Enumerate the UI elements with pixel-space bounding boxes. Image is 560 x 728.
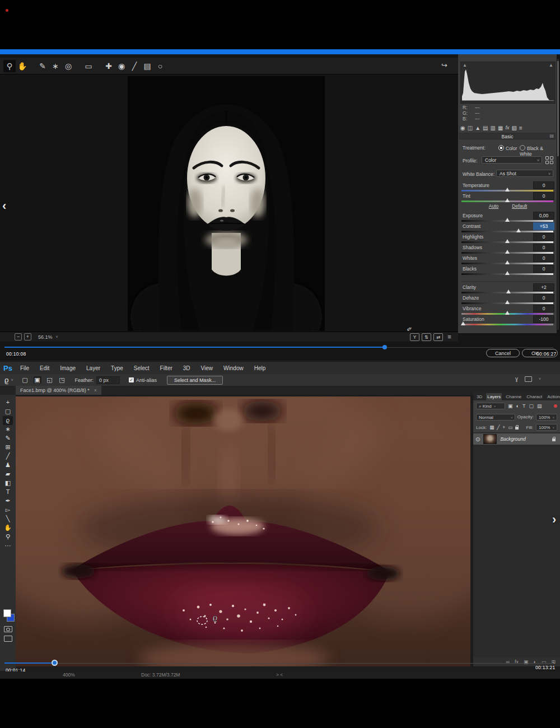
open-image-icon[interactable]: ↪ bbox=[441, 61, 447, 69]
tone-curve-tab[interactable]: ◫ bbox=[468, 124, 473, 132]
edit-toolbar[interactable]: ⋯ bbox=[3, 542, 13, 550]
blend-mode-select[interactable]: Normal˅ bbox=[476, 414, 515, 421]
slider-thumb[interactable] bbox=[505, 250, 510, 254]
new-group-icon[interactable]: ▭ bbox=[542, 659, 547, 665]
window[interactable]: Window bbox=[223, 365, 244, 371]
detail-tab[interactable]: ▲ bbox=[475, 124, 480, 132]
move-tool[interactable]: + bbox=[3, 398, 13, 407]
lock-image-pixels[interactable]: ╱ bbox=[497, 424, 500, 430]
radial-filter-tool[interactable]: ○ bbox=[154, 60, 166, 72]
add-to-selection[interactable]: ▣ bbox=[34, 376, 41, 384]
cancel-button[interactable]: Cancel bbox=[486, 349, 520, 357]
layer-thumbnail[interactable] bbox=[483, 434, 497, 444]
profile-select[interactable]: Color˅ bbox=[482, 156, 542, 164]
tab-character[interactable]: Charact bbox=[525, 393, 543, 400]
filter-smart-objects[interactable]: ▤ bbox=[537, 403, 542, 409]
lock-transparent-pixels[interactable]: ▦ bbox=[489, 424, 494, 430]
add-mask-icon[interactable]: ▣ bbox=[524, 659, 529, 665]
quick-selection-tool[interactable]: ∗ bbox=[3, 425, 13, 434]
zoom-tool[interactable]: ⚲ bbox=[3, 60, 16, 72]
eraser-tool[interactable]: ▰ bbox=[3, 470, 13, 479]
filter-toggle-icon[interactable] bbox=[554, 404, 557, 408]
lasso-tool-preset-icon[interactable]: ϱ bbox=[4, 376, 8, 384]
antialias-checkbox[interactable]: ✓ bbox=[129, 377, 134, 382]
filter-adjustment-layers[interactable]: ◐ bbox=[516, 403, 519, 409]
slider-thumb[interactable] bbox=[505, 239, 510, 243]
video-playhead[interactable] bbox=[382, 345, 387, 349]
type[interactable]: Type bbox=[111, 365, 123, 371]
file[interactable]: File bbox=[20, 365, 29, 371]
video-progress-rest[interactable] bbox=[55, 663, 553, 664]
targeted-adjustment-tool[interactable]: ◎ bbox=[62, 60, 74, 72]
adjustment-brush-tool[interactable]: ╱ bbox=[128, 60, 141, 72]
lock-position[interactable]: + bbox=[502, 424, 505, 430]
slider-thumb[interactable] bbox=[505, 300, 510, 304]
hsl-tab[interactable]: ▤ bbox=[483, 124, 488, 132]
foreground-color-swatch[interactable] bbox=[3, 609, 11, 617]
feather-input[interactable]: 0 px bbox=[96, 376, 120, 384]
document-tab[interactable]: Face1.bmp @ 400% (RGB/8) * × bbox=[16, 386, 101, 395]
layer[interactable]: Layer bbox=[86, 365, 100, 371]
white-balance-select[interactable]: As Shot˅ bbox=[496, 170, 553, 177]
intersect-selection[interactable]: ◳ bbox=[58, 376, 66, 384]
white-balance-tool[interactable]: ✎ bbox=[36, 60, 49, 72]
link-layers-icon[interactable]: ∞ bbox=[506, 659, 510, 665]
prev-arrow-icon[interactable]: ‹ bbox=[2, 199, 6, 213]
gradient-tool[interactable]: ◧ bbox=[3, 479, 13, 488]
zoom-out-button[interactable]: − bbox=[15, 333, 22, 340]
healing-brush-tool[interactable]: ⊞ bbox=[3, 443, 13, 452]
kind-filter-select[interactable]: ⌕ Kind˅ bbox=[476, 403, 505, 409]
shadow-clipping-icon[interactable]: ▲ bbox=[463, 63, 467, 68]
lens-corrections-tab[interactable]: ▦ bbox=[498, 124, 503, 132]
next-arrow-icon[interactable]: › bbox=[552, 512, 556, 527]
status-zoom-level[interactable]: 400% bbox=[63, 671, 75, 679]
histogram[interactable]: ▲ ▲ bbox=[460, 62, 556, 104]
fill-select[interactable]: 100%˅ bbox=[536, 424, 557, 431]
tab-channels[interactable]: Channe bbox=[505, 393, 522, 400]
eyedropper-tool[interactable]: ✎ bbox=[3, 434, 13, 443]
brush-tool[interactable]: ╱ bbox=[3, 452, 13, 461]
tab-actions[interactable]: Actions bbox=[546, 393, 560, 400]
panel-options-icon[interactable]: ▤ bbox=[549, 133, 554, 138]
adjustment-layer-icon[interactable]: ◐ bbox=[534, 659, 536, 665]
lasso-tool[interactable]: ϱ bbox=[3, 416, 13, 425]
help[interactable]: Help bbox=[254, 365, 266, 371]
panel-scrollbar-thumb[interactable] bbox=[557, 61, 559, 156]
status-doc-size[interactable]: Doc: 3.72M/3.72M bbox=[141, 671, 180, 679]
new-selection[interactable]: ▢ bbox=[21, 376, 29, 384]
spot-removal-tool[interactable]: ✚ bbox=[102, 60, 115, 72]
video-progress-rest[interactable] bbox=[385, 347, 553, 348]
transform-tool[interactable]: ▭ bbox=[82, 60, 95, 72]
default-link[interactable]: Default bbox=[512, 203, 527, 209]
clone-stamp-tool[interactable]: ♟ bbox=[3, 461, 13, 470]
hand-tool[interactable]: ✋ bbox=[3, 524, 13, 533]
slider-thumb[interactable] bbox=[506, 290, 511, 293]
opacity-select[interactable]: 100%˅ bbox=[536, 414, 557, 421]
slider-thumb[interactable] bbox=[505, 188, 510, 192]
slider-thumb[interactable] bbox=[505, 218, 510, 222]
color-sampler-tool[interactable]: ∗ bbox=[49, 60, 62, 72]
video-playhead[interactable] bbox=[52, 660, 58, 666]
hand-tool[interactable]: ✋ bbox=[16, 60, 29, 72]
photoshop-logo[interactable]: Ps bbox=[3, 364, 12, 372]
workspace-chevron-icon[interactable]: ˅ bbox=[539, 377, 541, 381]
slider-thumb[interactable] bbox=[461, 321, 465, 325]
share-icon[interactable]: ɣ bbox=[515, 376, 518, 382]
slider-thumb[interactable] bbox=[505, 271, 510, 275]
slider-thumb[interactable] bbox=[505, 260, 510, 264]
filter-type-layers[interactable]: T bbox=[522, 403, 526, 409]
video-progress-filled[interactable] bbox=[4, 347, 385, 348]
swap-before-after[interactable]: ⇅ bbox=[422, 333, 431, 341]
quick-mask-button[interactable] bbox=[4, 626, 12, 632]
filter-shape-layers[interactable]: ▢ bbox=[529, 403, 534, 409]
effects-tab[interactable]: fx bbox=[505, 124, 509, 132]
3d[interactable]: 3D bbox=[183, 365, 190, 371]
slider-thumb[interactable] bbox=[505, 311, 510, 315]
edit[interactable]: Edit bbox=[40, 365, 49, 371]
image[interactable]: Image bbox=[60, 365, 76, 371]
new-layer-icon[interactable]: ⊞ bbox=[551, 659, 556, 665]
slider-thumb[interactable] bbox=[516, 228, 521, 232]
slider-thumb[interactable] bbox=[505, 198, 510, 202]
highlight-clipping-icon[interactable]: ▲ bbox=[549, 63, 553, 68]
graduated-filter-tool[interactable]: ▤ bbox=[141, 60, 153, 72]
